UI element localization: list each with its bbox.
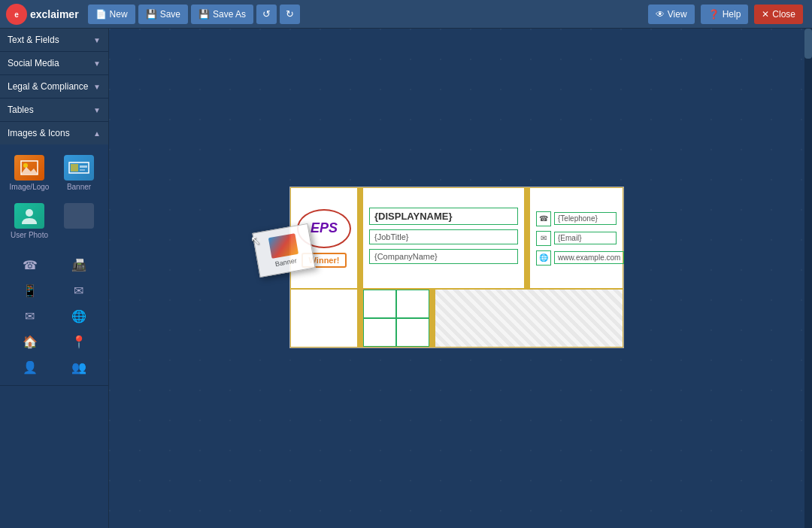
person-icon-btn[interactable]: 👤	[6, 355, 53, 379]
envelope-icon-btn[interactable]: ✉	[6, 304, 53, 328]
svg-rect-8	[80, 169, 85, 171]
sidebar-section-tables: Tables ▼	[0, 99, 108, 122]
redo-icon: ↻	[286, 8, 294, 20]
sidebar-item-banner[interactable]: Banner	[56, 150, 102, 196]
sig-bottom-row	[290, 289, 623, 347]
logo-text: exclaimer	[30, 8, 79, 20]
sig-telephone-row: ☎ {Telephone}	[536, 211, 617, 226]
phone-icon-btn[interactable]: ☎	[6, 253, 53, 277]
image-logo-label: Image/Logo	[10, 183, 50, 191]
signature-template[interactable]: EPS Winner! {DISPLAYNAME} {JobTitle} {Co…	[289, 187, 624, 348]
close-button[interactable]: ✕ Close	[754, 5, 803, 24]
sig-telephone-field[interactable]: {Telephone}	[554, 212, 617, 225]
sig-jobtitle-field[interactable]: {JobTitle}	[369, 229, 518, 244]
sidebar-section-tables-header[interactable]: Tables ▼	[0, 99, 108, 121]
sig-logo-column: EPS Winner!	[290, 187, 358, 289]
website-icon: 🌐	[536, 250, 551, 266]
save-as-button[interactable]: 💾 Save As	[191, 5, 253, 24]
images-icons-arrow: ▲	[93, 129, 101, 138]
cursor-indicator: ↖	[250, 233, 260, 247]
sig-bottom-table	[362, 289, 430, 347]
image-logo-icon	[14, 155, 44, 181]
tables-arrow: ▼	[93, 106, 101, 114]
sidebar-section-images-icons-header[interactable]: Images & Icons ▲	[0, 122, 108, 144]
email-icon-btn[interactable]: ✉	[55, 278, 102, 302]
save-button[interactable]: 💾 Save	[138, 5, 188, 24]
view-button[interactable]: 👁 View	[648, 5, 695, 24]
sidebar-section-legal-header[interactable]: Legal & Compliance ▼	[0, 75, 108, 98]
user-photo-icon	[14, 203, 44, 229]
sidebar: Text & Fields ▼ Social Media ▼ Legal & C…	[0, 29, 109, 528]
sidebar-section-text-fields: Text & Fields ▼	[0, 29, 108, 52]
images-icons-grid: Image/Logo Banner	[0, 144, 108, 250]
undo-button[interactable]: ↺	[256, 5, 277, 24]
images-icons-label: Images & Icons	[8, 128, 70, 138]
mobile-icon-btn[interactable]: 📱	[6, 278, 53, 302]
undo-icon: ↺	[262, 8, 271, 20]
user-photo-label: User Photo	[11, 231, 48, 239]
email-icon: ✉	[536, 231, 551, 246]
sig-logo-eps: EPS	[297, 209, 351, 248]
svg-rect-6	[71, 164, 78, 171]
app-logo: e exclaimer	[6, 4, 79, 25]
view-icon: 👁	[656, 9, 665, 20]
globe-icon-btn[interactable]: 🌐	[55, 304, 102, 328]
scrollbar[interactable]	[804, 29, 812, 528]
save-as-icon: 💾	[198, 9, 210, 20]
save-icon: 💾	[146, 9, 157, 20]
empty-icon	[64, 203, 94, 229]
logo-icon: e	[6, 4, 27, 25]
sidebar-item-user-photo[interactable]: User Photo	[6, 199, 53, 244]
scrollbar-thumb[interactable]	[804, 29, 812, 59]
home-icon-btn[interactable]: 🏠	[6, 329, 53, 354]
redo-button[interactable]: ↻	[280, 5, 300, 24]
svg-point-9	[26, 209, 33, 217]
social-media-label: Social Media	[8, 58, 59, 68]
help-icon: ❓	[708, 9, 720, 20]
sidebar-section-images-icons: Images & Icons ▲ Image/Logo	[0, 122, 108, 386]
sig-displayname-field[interactable]: {DISPLAYNAME}	[369, 208, 518, 225]
sig-name-column: {DISPLAYNAME} {JobTitle} {CompanyName}	[362, 187, 525, 289]
toolbar: e exclaimer 📄 New 💾 Save 💾 Save As ↺ ↻ 👁…	[0, 0, 812, 29]
legal-arrow: ▼	[93, 83, 101, 91]
toolbar-right: 👁 View ❓ Help ✕ Close	[648, 5, 806, 24]
sig-website-row: 🌐 www.example.com	[536, 250, 617, 266]
telephone-icon: ☎	[536, 211, 551, 226]
sig-email-row: ✉ {Email}	[536, 231, 617, 246]
sig-main-row: EPS Winner! {DISPLAYNAME} {JobTitle} {Co…	[290, 187, 623, 289]
small-icons-grid: ☎ 📠 📱 ✉ ✉ 🌐 🏠 📍 👤 👥	[0, 250, 108, 385]
banner-label: Banner	[67, 183, 91, 191]
sig-contact-column: ☎ {Telephone} ✉ {Email} 🌐 www.example.co…	[529, 187, 623, 289]
sig-table-cell-4	[396, 318, 429, 347]
fax-icon-btn[interactable]: 📠	[55, 253, 102, 277]
sig-companyname-field[interactable]: {CompanyName}	[369, 249, 518, 264]
sidebar-item-image-logo[interactable]: Image/Logo	[6, 150, 53, 196]
sig-bottom-left	[290, 289, 358, 347]
canvas-area[interactable]: EPS Winner! {DISPLAYNAME} {JobTitle} {Co…	[109, 29, 812, 528]
svg-point-3	[23, 163, 28, 168]
help-button[interactable]: ❓ Help	[701, 5, 749, 24]
sig-website-field[interactable]: www.example.com	[554, 251, 624, 264]
sig-logo-text: EPS	[311, 220, 338, 236]
sidebar-item-empty	[56, 199, 102, 244]
sig-email-field[interactable]: {Email}	[554, 232, 617, 244]
group-icon-btn[interactable]: 👥	[55, 355, 102, 379]
legal-label: Legal & Compliance	[8, 81, 88, 92]
text-fields-arrow: ▼	[93, 36, 101, 44]
new-button[interactable]: 📄 New	[88, 5, 135, 24]
sidebar-section-social-media: Social Media ▼	[0, 52, 108, 75]
sidebar-section-legal: Legal & Compliance ▼	[0, 75, 108, 99]
new-icon: 📄	[95, 9, 107, 20]
sig-table-cell-3	[363, 318, 396, 347]
banner-icon	[64, 155, 94, 181]
svg-text:e: e	[14, 11, 19, 19]
sig-bottom-right	[435, 289, 623, 347]
sidebar-section-text-fields-header[interactable]: Text & Fields ▼	[0, 29, 108, 51]
sidebar-section-social-media-header[interactable]: Social Media ▼	[0, 52, 108, 74]
svg-marker-4	[21, 167, 38, 174]
location-icon-btn[interactable]: 📍	[55, 329, 102, 354]
main-layout: Text & Fields ▼ Social Media ▼ Legal & C…	[0, 29, 812, 528]
text-fields-label: Text & Fields	[8, 35, 59, 45]
sig-winner-badge: Winner!	[301, 253, 347, 268]
sig-table-cell-2	[396, 290, 429, 318]
